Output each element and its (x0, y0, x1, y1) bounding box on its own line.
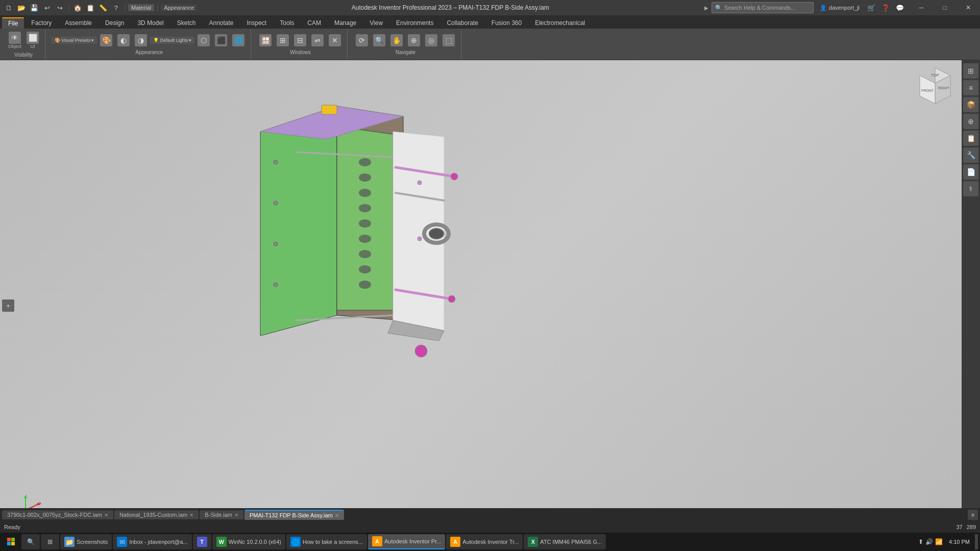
close-window-btn[interactable]: ✕ (327, 33, 343, 47)
tab-assemble[interactable]: Assemble (59, 17, 98, 29)
pan-btn[interactable]: ✋ (388, 33, 405, 47)
tab-environments[interactable]: Environments (390, 17, 439, 29)
reflections-btn[interactable]: ◑ (133, 33, 149, 47)
tray-icon-1[interactable]: ⬆ (918, 538, 923, 545)
part-list-btn[interactable]: 📋 (963, 131, 978, 146)
shadows-btn[interactable]: ◐ (115, 33, 132, 47)
tab-view[interactable]: View (363, 17, 389, 29)
zoom-btn[interactable]: 🔍 (371, 33, 387, 47)
switch-windows-btn[interactable]: ⇌ (309, 33, 326, 47)
search-box[interactable]: 🔍 Search Help & Commands... (712, 2, 814, 13)
taskbar-clock[interactable]: 4:10 PM (949, 539, 970, 545)
drawing-btn[interactable]: 📄 (963, 164, 978, 180)
show-desktop-btn[interactable] (975, 534, 978, 549)
doc-tab-0-close[interactable]: ✕ (104, 512, 108, 518)
tab-manage[interactable]: Manage (328, 17, 362, 29)
content-center-btn[interactable]: 📦 (963, 97, 978, 112)
default-lights-dropdown[interactable]: 💡 Default Lights ▾ (150, 37, 194, 44)
taskbar-item-1[interactable]: ✉ Inbox - jdavenport@a... (113, 534, 192, 549)
ui-icon: ⬜ (27, 32, 39, 44)
properties-button[interactable]: 📋 (85, 3, 96, 13)
tab-tools[interactable]: Tools (274, 17, 300, 29)
taskbar-taskview-btn[interactable]: ⊞ (41, 534, 59, 549)
ground-plane-btn[interactable]: ⬛ (213, 33, 229, 47)
sketch-doctor-btn[interactable]: ⚕ (963, 181, 978, 196)
ui-visibility-btn[interactable]: ⬜ UI (24, 31, 41, 50)
orbit-btn[interactable]: ⟳ (354, 33, 370, 47)
taskbar-item-5[interactable]: A Autodesk Inventor Pr... (368, 534, 445, 549)
design-assistant-btn[interactable]: 🔧 (963, 147, 978, 163)
status-right: 37 289 (956, 524, 976, 530)
doc-tab-3[interactable]: PMAI-T132 FDP B-Side Assy.iam ✕ (244, 510, 344, 520)
viewcube[interactable]: TOP FRONT RIGHT (915, 65, 955, 106)
doc-tab-0[interactable]: 3790c1-002x_0075yz_Stock-FDC.iam ✕ (2, 510, 113, 519)
doc-tab-1-close[interactable]: ✕ (189, 512, 193, 518)
feedback-icon[interactable]: 💬 (894, 3, 905, 13)
tab-annotate[interactable]: Annotate (203, 17, 239, 29)
tab-inspect[interactable]: Inspect (241, 17, 273, 29)
taskbar-item-3[interactable]: W WinNc 10.2.0.0 (x64) (212, 534, 285, 549)
cart-icon[interactable]: 🛒 (866, 3, 877, 13)
tile-windows-btn[interactable]: ⊞ (275, 33, 291, 47)
tab-more-btn[interactable]: ≡ (968, 510, 978, 520)
viewport[interactable]: TOP FRONT RIGHT ⊞ ≡ 📦 ⊕ 📋 🔧 📄 ⚕ X (0, 60, 980, 551)
tray-icon-2[interactable]: 🔊 (925, 538, 933, 545)
taskbar-item-2[interactable]: T (193, 534, 211, 549)
obj-visibility-btn[interactable]: 👁 Object (6, 31, 23, 50)
constraints-btn[interactable]: ⊕ (963, 114, 978, 129)
tab-file[interactable]: File (2, 17, 24, 29)
tab-fusion360[interactable]: Fusion 360 (485, 17, 528, 29)
tab-factory[interactable]: Factory (25, 17, 58, 29)
save-button[interactable]: 💾 (29, 3, 40, 13)
doc-tab-1[interactable]: National_1935-Custom.iam ✕ (114, 510, 199, 519)
doc-tab-2[interactable]: B-Side.iam ✕ (200, 510, 243, 519)
taskbar-item-0[interactable]: 📁 Screenshots (60, 534, 112, 549)
measure-button[interactable]: 📏 (97, 3, 109, 13)
collapse-panel-btn[interactable]: + (2, 299, 14, 312)
taskbar-item-7[interactable]: X ATC IMM46 PMAI56 G... (524, 534, 606, 549)
material-dropdown[interactable]: Material (128, 4, 154, 11)
redo-button[interactable]: ↪ (54, 3, 65, 13)
expand-btn[interactable]: ▶ (704, 5, 708, 11)
undo-button[interactable]: ↩ (41, 3, 53, 13)
navigate-items: ⟳ 🔍 ✋ ⊕ ◎ ⬚ (354, 33, 457, 47)
system-tray: ⬆ 🔊 📶 (916, 538, 945, 545)
tab-3dmodel[interactable]: 3D Model (131, 17, 169, 29)
open-button[interactable]: 📂 (16, 3, 27, 13)
new-button[interactable]: 🗋 (3, 3, 14, 13)
maximize-button[interactable]: □ (933, 0, 957, 15)
env-toggle-btn[interactable]: 🌐 (230, 33, 247, 47)
visual-presets-dropdown[interactable]: 🎨 Visual Presets ▾ (52, 37, 97, 44)
materials-display-btn[interactable]: ⬡ (195, 33, 212, 47)
help-icon[interactable]: ❓ (880, 3, 891, 13)
taskbar-item-4-label: How to take a screens... (303, 539, 363, 545)
model-browser-btn[interactable]: ⊞ (963, 63, 978, 79)
svg-marker-0 (260, 106, 337, 336)
tray-icon-3[interactable]: 📶 (935, 538, 943, 545)
tab-cam[interactable]: CAM (301, 17, 327, 29)
taskbar-item-6[interactable]: A Autodesk Inventor Tr... (446, 534, 523, 549)
user-button[interactable]: 👤 davenport_jl (817, 5, 863, 11)
zoom-window-btn[interactable]: ⬚ (440, 33, 457, 47)
tab-design[interactable]: Design (99, 17, 130, 29)
arrange-windows-btn[interactable]: ⊟ (292, 33, 308, 47)
tab-electromechanical[interactable]: Electromechanical (529, 17, 591, 29)
tab-collaborate[interactable]: Collaborate (440, 17, 484, 29)
taskbar-search-btn[interactable]: 🔍 (21, 534, 40, 549)
doc-tab-3-close[interactable]: ✕ (335, 513, 339, 518)
doc-tab-2-close[interactable]: ✕ (234, 512, 238, 518)
close-button[interactable]: ✕ (957, 0, 980, 15)
zoom-all-btn[interactable]: ⊕ (406, 33, 422, 47)
appearance-dropdown[interactable]: Appearance (161, 4, 197, 11)
taskbar-item-4[interactable]: 🌐 How to take a screens... (286, 534, 367, 549)
svg-point-18 (451, 173, 458, 180)
look-at-btn[interactable]: ◎ (423, 33, 439, 47)
color-settings-btn[interactable]: 🎨 (98, 33, 114, 47)
start-button[interactable] (2, 533, 20, 551)
new-window-btn[interactable]: 🪟 (257, 33, 274, 47)
home-button[interactable]: 🏠 (72, 3, 83, 13)
help-button-qa[interactable]: ? (110, 3, 121, 13)
tab-sketch[interactable]: Sketch (171, 17, 202, 29)
minimize-button[interactable]: ─ (910, 0, 933, 15)
properties-panel-btn[interactable]: ≡ (963, 80, 978, 95)
